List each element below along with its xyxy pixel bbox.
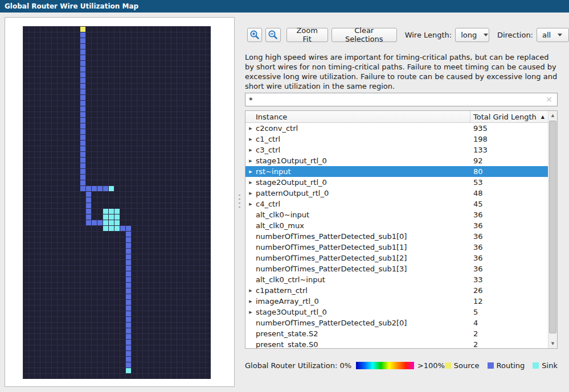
expand-arrow-icon[interactable]: ▶ <box>245 137 256 142</box>
clear-filter-icon[interactable]: ✕ <box>546 96 552 104</box>
sink-swatch <box>533 362 539 369</box>
utilization-map[interactable] <box>23 26 211 379</box>
utilization-label: Global Router Utilization: 0% <box>245 361 351 370</box>
grid-length-value: 133 <box>470 146 548 154</box>
table-row[interactable]: ▶rst~input80 <box>245 166 548 177</box>
table-row[interactable]: ▶imageArray_rtl_012 <box>245 296 548 307</box>
window-titlebar: Global Router Wire Utilization Map <box>0 0 569 13</box>
grid-length-value: 36 <box>470 254 548 262</box>
scroll-up-button[interactable]: ▲ <box>548 111 557 120</box>
table-row[interactable]: ▶c1_ctrl198 <box>245 134 548 145</box>
instance-name: stage1Output_rtl_0 <box>256 156 470 165</box>
scrollbar-thumb[interactable] <box>549 121 556 333</box>
grid-length-value: 36 <box>470 232 548 241</box>
legend-item: Routing <box>488 361 525 370</box>
grid-length-value: 2 <box>470 329 548 338</box>
grid-length-value: 12 <box>470 297 548 306</box>
sort-ascending-icon: ▲ <box>541 114 545 119</box>
zoom-in-icon <box>249 30 260 40</box>
instance-name: numberOfTimes_PatterDetected_sub1[2] <box>256 254 470 262</box>
instance-name: numberOfTimes_PatterDetected_sub1[0] <box>256 232 470 241</box>
splitter-grip-icon <box>239 195 240 209</box>
table-row[interactable]: ▶c4_ctrl45 <box>245 199 548 209</box>
expand-arrow-icon[interactable]: ▶ <box>245 202 256 207</box>
expand-arrow-icon[interactable]: ▶ <box>245 288 256 293</box>
grid-length-value: 45 <box>470 200 548 208</box>
routing-swatch <box>488 362 494 369</box>
table-row[interactable]: ▶c1pattern_ctrl26 <box>245 285 548 296</box>
instance-name: rst~input <box>256 167 470 176</box>
expand-arrow-icon[interactable]: ▶ <box>245 180 256 185</box>
instance-name: c1_ctrl <box>256 135 470 143</box>
wire-length-value: long <box>461 31 477 39</box>
zoom-fit-button[interactable]: Zoom Fit <box>286 28 328 42</box>
grid-length-value: 53 <box>470 178 548 187</box>
column-header-instance[interactable]: Instance <box>245 111 470 122</box>
table-row[interactable]: numberOfTimes_PatterDetected_sub1[3]36 <box>245 263 548 274</box>
expand-arrow-icon[interactable]: ▶ <box>245 159 256 163</box>
table-row[interactable]: numberOfTimes_PatterDetected_sub1[1]36 <box>245 242 548 253</box>
instance-name: alt_clk0~input <box>256 211 470 219</box>
grid-length-value: 48 <box>470 189 548 197</box>
table-row[interactable]: ▶stage1Output_rtl_092 <box>245 155 548 166</box>
table-row[interactable]: alt_clk0~input36 <box>245 209 548 220</box>
chevron-down-icon <box>484 34 488 36</box>
grid-length-value: 26 <box>470 286 548 295</box>
expand-arrow-icon[interactable]: ▶ <box>245 148 256 152</box>
grid-length-value: 198 <box>470 135 548 143</box>
legend-item-label: Routing <box>497 361 525 370</box>
legend-item-label: Source <box>454 361 480 370</box>
instance-name: imageArray_rtl_0 <box>256 297 470 306</box>
table-row[interactable]: alt_clk0_mux36 <box>245 220 548 231</box>
table-scrollbar[interactable]: ▲ ▼ <box>548 111 557 348</box>
legend-items: SourceRoutingSink <box>445 361 558 370</box>
direction-select[interactable]: all <box>537 28 569 42</box>
zoom-in-button[interactable] <box>247 28 262 42</box>
source-swatch <box>445 362 451 369</box>
window-title: Global Router Wire Utilization Map <box>5 2 138 10</box>
instance-name: present_state.S0 <box>256 340 470 349</box>
table-row[interactable]: numberOfTimes_PatterDetected_sub2[0]4 <box>245 317 548 328</box>
expand-arrow-icon[interactable]: ▶ <box>245 170 256 174</box>
table-row[interactable]: ▶c2conv_ctrl935 <box>245 123 548 134</box>
grid-length-value: 80 <box>470 167 548 176</box>
filter-box: ✕ <box>245 93 558 106</box>
scroll-down-button[interactable]: ▼ <box>548 339 557 348</box>
table-row[interactable]: present_state.S02 <box>245 339 548 349</box>
legend-bar: Global Router Utilization: 0% >100% Sour… <box>245 360 558 370</box>
instance-name: alt_clk0_mux <box>256 221 470 230</box>
table-row[interactable]: present_state.S22 <box>245 328 548 339</box>
utilization-gradient <box>356 362 414 369</box>
wire-length-select[interactable]: long <box>455 28 489 42</box>
zoom-out-button[interactable] <box>265 28 280 42</box>
grid-length-value: 92 <box>470 156 548 165</box>
grid-length-value: 36 <box>470 243 548 251</box>
filter-input[interactable] <box>249 96 546 104</box>
table-row[interactable]: numberOfTimes_PatterDetected_sub1[0]36 <box>245 231 548 242</box>
expand-arrow-icon[interactable]: ▶ <box>245 299 256 304</box>
legend-item-label: Sink <box>542 361 558 370</box>
direction-label: Direction: <box>497 31 533 39</box>
table-row[interactable]: ▶c3_ctrl133 <box>245 145 548 155</box>
column-header-total-grid-length[interactable]: Total Grid Length ▲ <box>470 111 548 122</box>
expand-arrow-icon[interactable]: ▶ <box>245 310 256 315</box>
panel-splitter[interactable] <box>235 17 244 387</box>
instance-name: stage3Output_rtl_0 <box>256 308 470 316</box>
table-header: Instance Total Grid Length ▲ <box>245 111 548 123</box>
table-row[interactable]: ▶stage3Output_rtl_05 <box>245 307 548 317</box>
table-row[interactable]: ▶patternOutput_rtl_048 <box>245 188 548 199</box>
scroll-up-icon: ▲ <box>551 113 554 118</box>
grid-length-value: 935 <box>470 124 548 133</box>
scroll-down-icon: ▼ <box>551 341 554 346</box>
table-row[interactable]: ▶stage2Output_rtl_053 <box>245 177 548 188</box>
instance-name: numberOfTimes_PatterDetected_sub1[3] <box>256 265 470 273</box>
table-row[interactable]: numberOfTimes_PatterDetected_sub1[2]36 <box>245 253 548 263</box>
clear-selections-button[interactable]: Clear Selections <box>331 28 397 42</box>
legend-item: Sink <box>533 361 558 370</box>
instance-name: stage2Output_rtl_0 <box>256 178 470 187</box>
instance-name: c2conv_ctrl <box>256 124 470 133</box>
instance-name: present_state.S2 <box>256 329 470 338</box>
table-row[interactable]: alt_clk0_ctrl~input33 <box>245 274 548 285</box>
expand-arrow-icon[interactable]: ▶ <box>245 126 256 131</box>
expand-arrow-icon[interactable]: ▶ <box>245 191 256 196</box>
